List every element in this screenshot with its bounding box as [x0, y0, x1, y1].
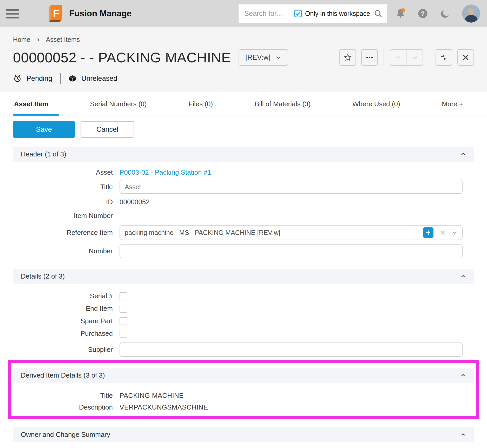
section-derived-band[interactable]: Derived Item Details (3 of 3): [13, 368, 474, 383]
svg-text:F: F: [53, 7, 60, 19]
star-icon: [343, 53, 352, 62]
breadcrumb: Home Asset Items: [13, 36, 474, 43]
tab-bill-of-materials[interactable]: Bill of Materials (3): [244, 92, 321, 116]
serial-checkbox-label: Serial #: [13, 292, 120, 300]
save-button[interactable]: Save: [13, 121, 75, 138]
title-label: Title: [13, 183, 120, 191]
search-input[interactable]: [244, 9, 294, 18]
lifecycle-status: Pending: [27, 75, 52, 83]
end-item-checkbox[interactable]: [120, 305, 127, 313]
derived-description-value: VERPACKUNGSMASCHINE: [120, 403, 208, 411]
reference-dropdown-button[interactable]: [451, 229, 458, 236]
chevron-up-icon[interactable]: [460, 372, 466, 378]
reference-item-value: packing machine - MS - PACKING MACHINE […: [125, 229, 423, 236]
spare-part-checkbox-label: Spare Part: [13, 317, 120, 325]
pending-clock-icon: [13, 74, 22, 83]
reference-item-field[interactable]: packing machine - MS - PACKING MACHINE […: [120, 225, 463, 240]
ellipsis-icon: [365, 53, 374, 62]
status-divider: [60, 73, 61, 84]
section-title: Derived Item Details (3 of 3): [21, 371, 105, 379]
tab-asset-item[interactable]: Asset Item: [13, 92, 59, 116]
clear-x-icon: [440, 229, 446, 236]
page-title: 00000052 - - PACKING MACHINE: [13, 49, 231, 65]
app-title: Fusion Manage: [69, 9, 131, 18]
section-header-band[interactable]: Header (1 of 3): [13, 147, 474, 162]
section-details-2of3: Details (2 of 3) Serial # End Item Spare…: [13, 269, 474, 360]
section-title: Owner and Change Summary: [21, 431, 110, 439]
chevron-up-icon: [395, 54, 402, 61]
tab-files[interactable]: Files (0): [177, 92, 224, 116]
section-owner-change-summary: Owner and Change Summary: [13, 427, 474, 442]
revision-dropdown[interactable]: [REV:w]: [239, 49, 288, 66]
search-icon[interactable]: [374, 9, 383, 18]
end-item-checkbox-label: End Item: [13, 305, 120, 313]
close-button[interactable]: [457, 49, 474, 66]
spare-part-checkbox[interactable]: [120, 317, 127, 325]
tab-where-used[interactable]: Where Used (0): [341, 92, 411, 116]
topbar-divider: [34, 5, 34, 22]
number-label: Number: [13, 247, 120, 255]
title-input[interactable]: [120, 180, 463, 194]
reference-item-label: Reference Item: [13, 229, 120, 237]
asset-label: Asset: [13, 168, 120, 176]
purchased-checkbox-label: Purchased: [13, 330, 120, 338]
tab-bar: Asset Item Serial Numbers (0) Files (0) …: [0, 92, 487, 116]
more-actions-button[interactable]: [361, 49, 378, 66]
section-details-band[interactable]: Details (2 of 3): [13, 269, 474, 284]
help-icon[interactable]: ?: [417, 8, 428, 19]
breadcrumb-asset-items[interactable]: Asset Items: [46, 36, 80, 43]
bookmark-star-button[interactable]: [339, 49, 356, 66]
chevron-up-icon[interactable]: [460, 431, 466, 438]
asset-link[interactable]: P0003-02 - Packing Station #1: [120, 168, 211, 176]
highlight-annotation-box: Derived Item Details (3 of 3) Title PACK…: [8, 360, 479, 419]
user-avatar[interactable]: [462, 4, 480, 23]
supplier-label: Supplier: [13, 346, 120, 354]
chevron-down-icon: [451, 229, 458, 236]
page-header: Home Asset Items 00000052 - - PACKING MA…: [0, 27, 487, 92]
revision-label: [REV:w]: [245, 54, 271, 62]
chevron-up-icon[interactable]: [460, 151, 466, 157]
section-title: Header (1 of 3): [21, 150, 66, 158]
breadcrumb-chevron-icon: [36, 38, 40, 42]
section-title: Details (2 of 3): [21, 272, 65, 280]
chevron-up-icon[interactable]: [460, 273, 466, 279]
tab-serial-numbers[interactable]: Serial Numbers (0): [79, 92, 157, 116]
breadcrumb-home[interactable]: Home: [13, 36, 30, 43]
top-bar: F Fusion Manage Only in this workspace ?: [0, 0, 487, 27]
chevron-down-icon: [411, 54, 418, 61]
cancel-button[interactable]: Cancel: [81, 121, 134, 138]
svg-text:?: ?: [421, 10, 425, 17]
section-owner-band[interactable]: Owner and Change Summary: [13, 427, 474, 442]
serial-checkbox[interactable]: [120, 292, 127, 300]
clear-reference-button[interactable]: [440, 229, 446, 236]
plus-icon: [425, 229, 431, 236]
dark-mode-moon-icon[interactable]: [440, 8, 451, 19]
search-box: Only in this workspace: [239, 4, 387, 23]
item-number-label: Item Number: [13, 212, 120, 220]
close-icon: [462, 54, 470, 61]
id-value: 00000052: [120, 198, 463, 206]
add-reference-button[interactable]: [423, 227, 433, 238]
unreleased-package-icon: [68, 74, 77, 83]
section-header-1of3: Header (1 of 3) Asset P0003-02 - Packing…: [13, 147, 474, 269]
supplier-input[interactable]: [120, 342, 463, 357]
previous-record-button[interactable]: [390, 50, 406, 65]
notifications-bell-icon[interactable]: [395, 8, 406, 19]
number-input[interactable]: [120, 244, 463, 258]
chevron-down-icon: [275, 54, 281, 61]
hamburger-menu-icon[interactable]: [6, 9, 19, 18]
id-label: ID: [13, 198, 120, 206]
purchased-checkbox[interactable]: [120, 330, 127, 338]
next-record-button[interactable]: [406, 50, 423, 65]
derived-title-value: PACKING MACHINE: [120, 392, 184, 400]
derived-title-label: Title: [13, 392, 120, 400]
actions-divider: [384, 49, 384, 65]
collapse-icon: [440, 54, 448, 61]
collapse-view-button[interactable]: [436, 49, 452, 66]
derived-description-label: Description: [13, 403, 120, 411]
tab-more[interactable]: More +: [431, 92, 474, 116]
workspace-checkbox-checked-icon[interactable]: [294, 10, 302, 17]
search-scope-label: Only in this workspace: [305, 10, 370, 17]
record-navigation: [390, 49, 423, 66]
fusion-logo-icon: F: [45, 4, 64, 23]
